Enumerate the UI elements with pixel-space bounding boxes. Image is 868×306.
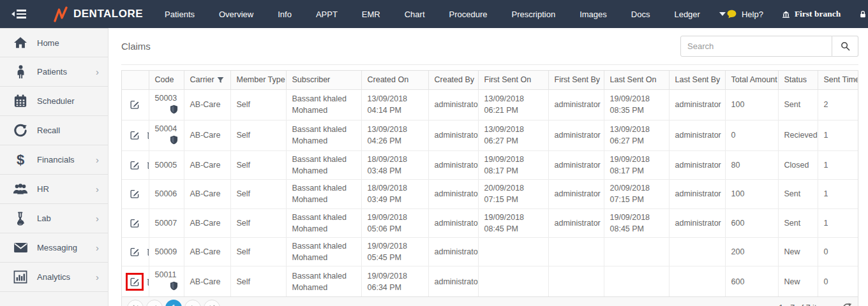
col-carrier[interactable]: Carrier bbox=[184, 71, 230, 89]
nav-item-images[interactable]: Images bbox=[580, 10, 607, 19]
sidebar-collapse-button[interactable] bbox=[11, 10, 26, 18]
subscriber-cell: Bassant khaled Mohamed bbox=[286, 180, 361, 208]
brand-pulse-icon bbox=[53, 6, 68, 22]
status-cell: New bbox=[778, 266, 818, 297]
col-created-by[interactable]: Created By bbox=[428, 71, 478, 89]
pagination-bar: 1 1 - 7 of 7 items bbox=[121, 297, 858, 306]
next-page-button[interactable] bbox=[184, 300, 201, 306]
sidebar-item-patients[interactable]: Patients› bbox=[0, 57, 108, 87]
col-last-sent-on[interactable]: Last Sent On bbox=[604, 71, 669, 89]
previous-page-button[interactable] bbox=[146, 300, 163, 306]
help-button[interactable]: Help? bbox=[726, 8, 763, 20]
sent-times-cell: 0 bbox=[818, 266, 858, 297]
sidebar-item-home[interactable]: Home bbox=[0, 28, 108, 57]
sidebar-item-analytics[interactable]: Analytics› bbox=[0, 263, 108, 292]
app-logo[interactable]: DENTALORE bbox=[53, 6, 143, 22]
last-sent-on-cell: 19/09/2018 08:17 PM bbox=[604, 151, 669, 180]
nav-item-ledger[interactable]: Ledger bbox=[674, 10, 700, 19]
nav-item-emr[interactable]: EMR bbox=[362, 10, 380, 19]
delete-claim-button[interactable] bbox=[146, 247, 149, 257]
collapse-arrow-icon bbox=[11, 11, 15, 17]
first-sent-by-cell: administrator bbox=[548, 89, 604, 120]
col-total-amount[interactable]: Total Amount bbox=[725, 71, 778, 89]
sidebar-item-recall[interactable]: Recall bbox=[0, 116, 108, 145]
insurance-shield-icon bbox=[170, 105, 178, 117]
col-first-sent-by[interactable]: First Sent By bbox=[548, 71, 604, 89]
nav-item-procedure[interactable]: Procedure bbox=[449, 10, 488, 19]
edit-claim-button[interactable] bbox=[130, 160, 140, 170]
col-subscriber[interactable]: Subscriber bbox=[286, 71, 361, 89]
edit-claim-button[interactable] bbox=[130, 247, 140, 257]
nav-item-appt[interactable]: APPT bbox=[316, 10, 338, 19]
table-row[interactable]: 50005 AB-Care Self Bassant khaled Mohame… bbox=[122, 151, 858, 180]
nav-item-overview[interactable]: Overview bbox=[219, 10, 253, 19]
branch-selector[interactable]: First branch bbox=[781, 9, 841, 19]
delete-claim-button[interactable] bbox=[146, 160, 149, 170]
filter-icon[interactable] bbox=[216, 76, 225, 84]
table-row[interactable]: 50009 AB-Care Self Bassant khaled Mohame… bbox=[122, 237, 858, 266]
sent-times-cell: 0 bbox=[818, 237, 858, 266]
edit-claim-button[interactable] bbox=[130, 130, 140, 140]
table-row[interactable]: 50007 AB-Care Self Bassant khaled Mohame… bbox=[122, 208, 858, 237]
edit-icon bbox=[130, 218, 140, 228]
delete-claim-button[interactable] bbox=[146, 130, 149, 140]
sidebar-item-financials[interactable]: $Financials› bbox=[0, 145, 108, 175]
nav-item-info[interactable]: Info bbox=[278, 10, 292, 19]
edit-claim-button[interactable] bbox=[130, 189, 140, 199]
delete-claim-button[interactable] bbox=[146, 277, 149, 287]
sidebar-item-label: HR bbox=[37, 184, 96, 194]
member-type-cell: Self bbox=[230, 180, 286, 208]
sidebar-item-lab[interactable]: Lab› bbox=[0, 204, 108, 233]
created-on-cell: 19/09/2018 06:34 PM bbox=[361, 266, 428, 297]
pager-info-text: 1 - 7 of 7 items bbox=[779, 303, 832, 306]
created-by-cell: administrator bbox=[428, 208, 478, 237]
page-number-button[interactable]: 1 bbox=[165, 300, 182, 306]
member-type-cell: Self bbox=[230, 208, 286, 237]
nav-item-patients[interactable]: Patients bbox=[165, 10, 195, 19]
user-menu[interactable]: System Administrator bbox=[858, 10, 868, 19]
created-by-cell: administrator bbox=[428, 237, 478, 266]
first-sent-on-cell: 19/09/2018 08:45 PM bbox=[478, 208, 548, 237]
claim-code: 50006 bbox=[155, 188, 177, 200]
table-row[interactable]: 50004 AB-Care Self Bassant khaled Mohame… bbox=[122, 120, 858, 150]
col-created-on[interactable]: Created On bbox=[361, 71, 428, 89]
left-sidebar: HomePatients›SchedulerRecall$Financials›… bbox=[0, 28, 108, 306]
col-first-sent-on[interactable]: First Sent On bbox=[478, 71, 548, 89]
subscriber-cell: Bassant khaled Mohamed bbox=[286, 120, 361, 150]
nav-item-prescription[interactable]: Prescription bbox=[512, 10, 556, 19]
first-sent-by-cell bbox=[548, 266, 604, 297]
edit-claim-button[interactable] bbox=[130, 218, 140, 228]
col-carrier-label: Carrier bbox=[190, 75, 214, 84]
created-by-cell: administrator bbox=[428, 151, 478, 180]
col-member-type[interactable]: Member Type bbox=[230, 71, 286, 89]
sent-times-cell: 1 bbox=[818, 151, 858, 180]
table-row[interactable]: 50006 AB-Care Self Bassant khaled Mohame… bbox=[122, 180, 858, 208]
sidebar-item-label: Recall bbox=[37, 126, 99, 135]
menu-overflow-caret-icon[interactable] bbox=[719, 12, 726, 16]
col-code[interactable]: Code bbox=[149, 71, 184, 89]
sidebar-item-messaging[interactable]: Messaging› bbox=[0, 233, 108, 263]
col-sent-times[interactable]: Sent Times bbox=[818, 71, 858, 89]
nav-item-chart[interactable]: Chart bbox=[405, 10, 425, 19]
previous-page-icon bbox=[151, 303, 159, 306]
col-last-sent-by[interactable]: Last Sent By bbox=[669, 71, 725, 89]
search-button[interactable] bbox=[832, 36, 858, 57]
sidebar-item-scheduler[interactable]: Scheduler bbox=[0, 87, 108, 116]
edit-claim-button[interactable] bbox=[130, 99, 140, 110]
total-amount-cell: 100 bbox=[725, 89, 778, 120]
refresh-button[interactable] bbox=[842, 302, 853, 306]
nav-item-docs[interactable]: Docs bbox=[631, 10, 650, 19]
last-page-button[interactable] bbox=[204, 300, 220, 306]
col-status[interactable]: Status bbox=[778, 71, 818, 89]
table-row[interactable]: 50011 AB-Care Self Bassant khaled Mohame… bbox=[122, 266, 858, 297]
first-page-button[interactable] bbox=[127, 300, 144, 306]
edit-claim-button[interactable] bbox=[130, 277, 140, 287]
help-chat-icon bbox=[726, 8, 738, 20]
table-row[interactable]: 50003 AB-Care Self Bassant khaled Mohame… bbox=[122, 89, 858, 120]
created-on-cell: 18/09/2018 03:49 PM bbox=[361, 180, 428, 208]
first-page-icon bbox=[131, 303, 140, 306]
search-input[interactable] bbox=[680, 36, 832, 57]
created-by-cell: administrator bbox=[428, 120, 478, 150]
sidebar-item-hr[interactable]: HR› bbox=[0, 175, 108, 204]
last-sent-on-cell: 19/09/2018 08:35 PM bbox=[604, 89, 669, 120]
